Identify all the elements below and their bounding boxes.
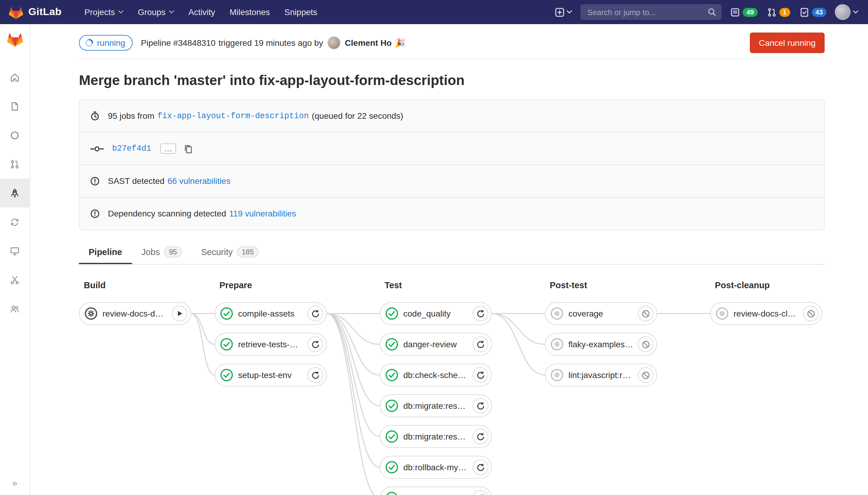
pipeline-info-text: Pipeline #34848310 triggered 19 minutes …	[141, 36, 405, 49]
commit-row: b27ef4d1 …	[80, 132, 824, 165]
branch-link[interactable]: fix-app-layout-form-description	[157, 110, 309, 122]
tab-jobs[interactable]: Jobs95	[132, 241, 191, 264]
top-navbar: GitLab ProjectsGroupsActivityMilestonesS…	[0, 0, 868, 24]
sidebar-item-operations[interactable]	[0, 207, 30, 236]
cancel-button[interactable]	[638, 306, 654, 321]
job-pill[interactable]: coverage	[545, 302, 657, 325]
retry-button[interactable]	[473, 490, 488, 495]
cancel-button[interactable]	[803, 306, 819, 321]
nav-item-milestones[interactable]: Milestones	[222, 4, 277, 20]
cancel-icon	[806, 309, 815, 318]
copy-commit-button[interactable]	[184, 144, 193, 153]
issues-icon	[10, 130, 20, 140]
job-name: code_quality	[403, 309, 473, 318]
sidebar-item-repository[interactable]	[0, 92, 30, 121]
job-pill[interactable]: flaky-examples…	[545, 333, 657, 356]
nav-item-projects[interactable]: Projects	[77, 4, 131, 20]
queued-text: (queued for 22 seconds)	[312, 110, 403, 122]
play-icon	[175, 309, 184, 318]
job-pill[interactable]: db:check-sche…	[380, 363, 492, 387]
job-name: review-docs-d…	[103, 309, 172, 318]
status-badge[interactable]: running	[79, 35, 132, 51]
avatar	[835, 4, 851, 20]
brand-name[interactable]: GitLab	[28, 6, 62, 18]
tab-label: Pipeline	[89, 247, 122, 257]
sidebar-item-snippets[interactable]	[0, 265, 30, 294]
nav-item-snippets[interactable]: Snippets	[277, 4, 325, 20]
job-pill[interactable]: review-docs-d…	[79, 302, 191, 325]
job-pill[interactable]: code_quality	[380, 302, 492, 325]
job-pill[interactable]: setup-test-env	[214, 363, 327, 387]
search-icon	[708, 8, 716, 16]
retry-button[interactable]	[473, 398, 488, 414]
sidebar-item-ci-cd-rocket[interactable]	[0, 178, 30, 207]
status-success-icon	[220, 369, 233, 382]
retry-button[interactable]	[308, 306, 323, 321]
sast-vulnerabilities-link[interactable]: 66 vulnerabilities	[168, 175, 230, 188]
job-name: flaky-examples…	[569, 339, 638, 349]
author-avatar[interactable]	[327, 36, 341, 49]
job-pill[interactable]: compile-assets	[214, 302, 327, 325]
job-pill[interactable]: db:rollback-pg	[380, 487, 492, 495]
todos-icon	[799, 7, 810, 17]
cancel-button[interactable]	[638, 337, 654, 352]
job-name: db:migrate:res…	[403, 432, 473, 441]
cancel-button[interactable]	[638, 367, 654, 383]
tab-pipeline[interactable]: Pipeline	[79, 241, 132, 264]
job-name: db:check-sche…	[403, 370, 473, 380]
job-pill[interactable]: danger-review	[380, 333, 492, 356]
collapse-sidebar-button[interactable]: »	[0, 478, 30, 488]
retry-button[interactable]	[473, 367, 488, 383]
job-pill[interactable]: retrieve-tests-…	[214, 333, 327, 356]
job-pill[interactable]: lint:javascript:r…	[545, 363, 657, 387]
new-menu-button[interactable]	[555, 7, 572, 17]
sidebar-item-issues[interactable]	[0, 121, 30, 150]
cancel-running-button[interactable]: Cancel running	[750, 33, 824, 53]
commit-sha-link[interactable]: b27ef4d1	[112, 142, 151, 155]
dependency-vulnerabilities-link[interactable]: 119 vulnerabilities	[229, 207, 296, 220]
job-name: compile-assets	[238, 309, 308, 318]
search-input[interactable]	[586, 7, 708, 17]
sidebar-item-merge-requests[interactable]	[0, 150, 30, 178]
retry-icon	[476, 432, 485, 441]
sidebar-item-environments[interactable]	[0, 236, 30, 265]
job-name: db:rollback-pg	[403, 493, 473, 495]
plus-square-icon	[555, 7, 565, 17]
retry-icon	[476, 463, 485, 472]
sidebar-item-home[interactable]	[0, 63, 30, 92]
retry-button[interactable]	[308, 337, 323, 352]
retry-button[interactable]	[473, 429, 488, 444]
status-success-icon	[385, 461, 398, 474]
nav-item-activity[interactable]: Activity	[181, 4, 222, 20]
nav-item-groups[interactable]: Groups	[131, 4, 181, 20]
job-pill[interactable]: db:migrate:res…	[380, 394, 492, 417]
sidebar-item-members[interactable]	[0, 294, 30, 323]
job-pill[interactable]: db:rollback-my…	[380, 456, 492, 479]
tab-security[interactable]: Security185	[191, 241, 268, 264]
chevron-down-icon	[169, 10, 174, 14]
commit-icon	[90, 144, 104, 153]
jobs-text: 95 jobs from	[108, 110, 154, 122]
user-menu[interactable]	[835, 4, 858, 20]
job-name: db:migrate:res…	[403, 401, 473, 411]
search-box[interactable]	[581, 4, 722, 20]
job-pill[interactable]: db:migrate:res…	[380, 425, 492, 448]
status-success-icon	[385, 338, 398, 351]
tabs: PipelineJobs95Security185	[79, 241, 824, 265]
merge-requests-counter[interactable]: 1	[766, 7, 790, 17]
commit-more-button[interactable]: …	[160, 143, 176, 154]
job-pill[interactable]: review-docs-cl…	[710, 302, 822, 325]
play-button[interactable]	[172, 306, 188, 321]
retry-button[interactable]	[308, 367, 323, 383]
retry-button[interactable]	[473, 337, 488, 352]
sidebar-nav	[0, 63, 30, 323]
retry-button[interactable]	[473, 306, 488, 321]
project-logo-icon[interactable]	[0, 31, 30, 47]
retry-icon	[476, 371, 485, 379]
todos-counter[interactable]: 43	[799, 7, 827, 17]
gitlab-logo-icon[interactable]	[8, 5, 23, 19]
job-name: danger-review	[403, 339, 473, 349]
author-name[interactable]: Clement Ho	[345, 38, 392, 48]
issues-counter[interactable]: 49	[730, 7, 758, 17]
retry-button[interactable]	[473, 459, 488, 475]
